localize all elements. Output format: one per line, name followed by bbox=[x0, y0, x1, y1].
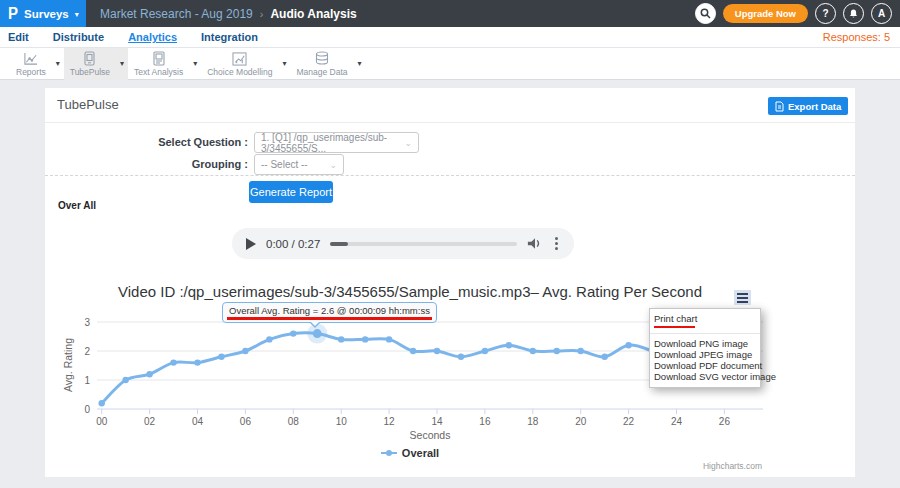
data-point[interactable] bbox=[601, 354, 607, 360]
legend-overall[interactable]: Overall bbox=[50, 447, 770, 459]
manage-data-icon bbox=[315, 51, 329, 66]
menu-download-pdf[interactable]: Download PDF document bbox=[650, 360, 760, 371]
tubepulse-panel: TubePulse Export Data Select Question : … bbox=[45, 88, 855, 477]
menu-print-chart[interactable]: Print chart bbox=[650, 313, 760, 324]
red-annotation-underline bbox=[654, 326, 695, 328]
export-file-icon bbox=[775, 101, 784, 112]
y-tick-label: 1 bbox=[84, 375, 90, 386]
breadcrumb-separator-icon: › bbox=[260, 8, 264, 20]
data-point[interactable] bbox=[170, 359, 176, 365]
caret-down-icon: ▾ bbox=[120, 59, 124, 68]
data-point[interactable] bbox=[554, 348, 560, 354]
data-point[interactable] bbox=[266, 336, 272, 342]
y-tick-label: 2 bbox=[84, 346, 90, 357]
highcharts-credits[interactable]: Highcharts.com bbox=[703, 461, 762, 471]
nav-integration[interactable]: Integration bbox=[201, 31, 258, 43]
x-tick-label: 18 bbox=[527, 416, 539, 427]
data-point[interactable] bbox=[122, 377, 128, 383]
x-tick-label: 00 bbox=[96, 416, 108, 427]
breadcrumb-current: Audio Analysis bbox=[270, 7, 356, 21]
audio-player[interactable]: 0:00 / 0:27 bbox=[232, 228, 574, 259]
top-bar: P Surveys ▾ Market Research - Aug 2019 ›… bbox=[0, 0, 900, 27]
data-point[interactable] bbox=[146, 371, 152, 377]
avatar[interactable]: A bbox=[871, 3, 892, 24]
x-tick-label: 06 bbox=[240, 416, 252, 427]
toolbar-reports[interactable]: Reports ▾ bbox=[10, 48, 64, 80]
x-axis-title: Seconds bbox=[410, 429, 451, 441]
data-point[interactable] bbox=[482, 348, 488, 354]
series-line bbox=[102, 333, 653, 403]
grouping-label: Grouping : bbox=[45, 158, 248, 170]
data-point[interactable] bbox=[362, 336, 368, 342]
product-name: Surveys bbox=[24, 8, 69, 20]
search-button[interactable] bbox=[695, 3, 716, 24]
chart-context-button[interactable] bbox=[734, 290, 751, 305]
x-tick-label: 22 bbox=[623, 416, 635, 427]
search-icon bbox=[700, 8, 711, 19]
grouping-dropdown[interactable]: -- Select -- ⌄ bbox=[254, 154, 344, 175]
chart-tooltip: Overall Avg. Rating = 2.6 @ 00:00:09 hh:… bbox=[222, 302, 437, 323]
data-point[interactable] bbox=[458, 354, 464, 360]
data-point[interactable] bbox=[194, 359, 200, 365]
data-point[interactable] bbox=[218, 354, 224, 360]
menu-divider bbox=[650, 333, 760, 334]
x-tick-label: 02 bbox=[144, 416, 156, 427]
data-point[interactable] bbox=[410, 348, 416, 354]
data-point[interactable] bbox=[338, 336, 344, 342]
player-menu-button[interactable] bbox=[553, 235, 560, 252]
breadcrumb-parent[interactable]: Market Research - Aug 2019 bbox=[100, 7, 253, 21]
section-nav: Edit Distribute Analytics Integration Re… bbox=[0, 27, 900, 48]
select-question-label: Select Question : bbox=[45, 136, 248, 148]
menu-download-jpeg[interactable]: Download JPEG image bbox=[650, 349, 760, 360]
volume-icon[interactable] bbox=[527, 237, 543, 250]
select-question-dropdown[interactable]: 1. [Q1] /qp_userimages/sub-3/3455655/S..… bbox=[254, 132, 419, 153]
toolbar-manage-data[interactable]: Manage Data ▾ bbox=[290, 48, 365, 80]
player-time: 0:00 / 0:27 bbox=[266, 238, 320, 250]
data-point[interactable] bbox=[506, 342, 512, 348]
toolbar-text-analysis[interactable]: Text Analysis ▾ bbox=[128, 48, 201, 80]
caret-down-icon: ▾ bbox=[56, 59, 60, 68]
y-tick-label: 3 bbox=[84, 317, 90, 328]
generate-report-button[interactable]: Generate Report bbox=[249, 181, 333, 203]
nav-analytics[interactable]: Analytics bbox=[128, 31, 177, 43]
help-button[interactable]: ? bbox=[815, 3, 836, 24]
data-point[interactable] bbox=[290, 330, 296, 336]
data-point[interactable] bbox=[313, 329, 322, 338]
chart-context-menu: Print chart Download PNG image Download … bbox=[649, 308, 761, 388]
x-tick-label: 04 bbox=[192, 416, 204, 427]
toolbar-choice-modelling[interactable]: Choice Modelling ▾ bbox=[201, 48, 290, 80]
data-point[interactable] bbox=[386, 336, 392, 342]
upgrade-now-button[interactable]: Upgrade Now bbox=[723, 4, 808, 23]
data-point[interactable] bbox=[242, 348, 248, 354]
x-tick-label: 10 bbox=[336, 416, 348, 427]
red-annotation-line bbox=[227, 317, 432, 320]
surveys-menu[interactable]: P Surveys ▾ bbox=[0, 0, 86, 27]
seek-progress bbox=[330, 242, 348, 246]
seek-slider[interactable] bbox=[330, 242, 517, 246]
export-data-button[interactable]: Export Data bbox=[768, 97, 848, 115]
data-point[interactable] bbox=[530, 348, 536, 354]
text-analysis-icon bbox=[153, 51, 165, 66]
tubepulse-icon bbox=[84, 51, 95, 66]
caret-down-icon: ▾ bbox=[75, 10, 79, 19]
x-tick-label: 20 bbox=[575, 416, 587, 427]
toolbar-tubepulse[interactable]: TubePulse ▾ bbox=[64, 48, 128, 80]
menu-download-png[interactable]: Download PNG image bbox=[650, 338, 760, 349]
play-button-icon[interactable] bbox=[246, 238, 256, 250]
dashed-divider bbox=[45, 175, 855, 176]
x-tick-label: 08 bbox=[288, 416, 300, 427]
menu-download-svg[interactable]: Download SVG vector image bbox=[650, 371, 760, 382]
x-tick-label: 14 bbox=[431, 416, 443, 427]
notifications-button[interactable] bbox=[843, 3, 864, 24]
nav-edit[interactable]: Edit bbox=[8, 31, 29, 43]
divider bbox=[45, 122, 855, 123]
data-point[interactable] bbox=[625, 342, 631, 348]
nav-distribute[interactable]: Distribute bbox=[53, 31, 104, 43]
data-point[interactable] bbox=[578, 348, 584, 354]
data-point[interactable] bbox=[434, 348, 440, 354]
responses-count[interactable]: Responses: 5 bbox=[823, 31, 890, 43]
panel-title: TubePulse bbox=[57, 97, 119, 112]
x-tick-label: 26 bbox=[719, 416, 731, 427]
caret-down-icon: ▾ bbox=[282, 59, 286, 68]
data-point[interactable] bbox=[99, 400, 105, 406]
